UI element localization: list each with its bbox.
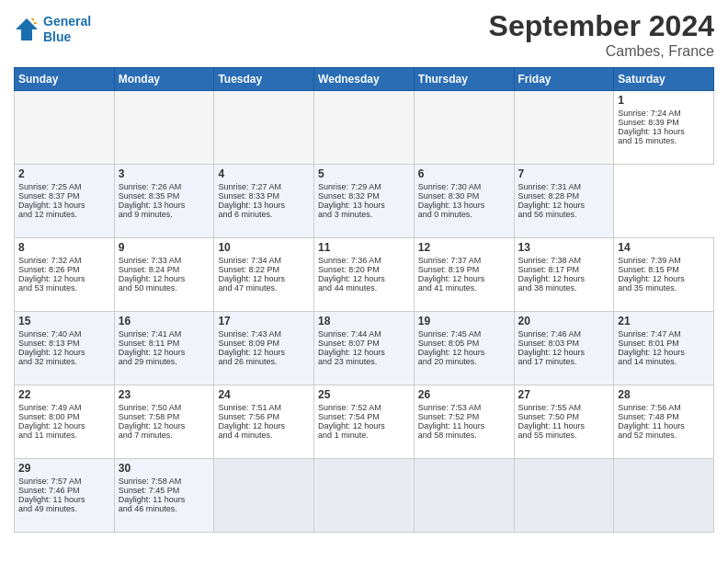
- col-thursday: Thursday: [414, 68, 514, 91]
- calendar-cell: 10Sunrise: 7:34 AMSunset: 8:22 PMDayligh…: [214, 238, 314, 312]
- calendar-cell: 2Sunrise: 7:25 AMSunset: 8:37 PMDaylight…: [15, 165, 115, 238]
- calendar-cell: 18Sunrise: 7:44 AMSunset: 8:07 PMDayligh…: [314, 312, 415, 385]
- calendar-cell: 1Sunrise: 7:24 AMSunset: 8:39 PMDaylight…: [614, 91, 714, 165]
- calendar-cell: 22Sunrise: 7:49 AMSunset: 8:00 PMDayligh…: [15, 385, 115, 459]
- col-monday: Monday: [114, 68, 214, 91]
- logo-text-general: General: [43, 14, 91, 29]
- logo-text-blue: Blue: [43, 29, 91, 45]
- calendar-cell: 26Sunrise: 7:53 AMSunset: 7:52 PMDayligh…: [414, 385, 514, 459]
- calendar-cell: 3Sunrise: 7:26 AMSunset: 8:35 PMDaylight…: [114, 165, 214, 238]
- calendar-cell: [214, 459, 314, 533]
- calendar-cell: 12Sunrise: 7:37 AMSunset: 8:19 PMDayligh…: [414, 238, 514, 312]
- calendar-cell: [314, 459, 415, 533]
- calendar-cell: 13Sunrise: 7:38 AMSunset: 8:17 PMDayligh…: [514, 238, 614, 312]
- calendar-cell: 21Sunrise: 7:47 AMSunset: 8:01 PMDayligh…: [614, 312, 714, 385]
- calendar-cell: 11Sunrise: 7:36 AMSunset: 8:20 PMDayligh…: [314, 238, 415, 312]
- empty-cell: [15, 91, 115, 165]
- empty-cell: [514, 91, 614, 165]
- calendar-cell: 24Sunrise: 7:51 AMSunset: 7:56 PMDayligh…: [214, 385, 314, 459]
- calendar-cell: 25Sunrise: 7:52 AMSunset: 7:54 PMDayligh…: [314, 385, 415, 459]
- title-block: September 2024 Cambes, France: [489, 9, 714, 60]
- calendar-cell: [514, 459, 614, 533]
- calendar-cell: 4Sunrise: 7:27 AMSunset: 8:33 PMDaylight…: [214, 165, 314, 238]
- col-saturday: Saturday: [614, 68, 714, 91]
- calendar-cell: 28Sunrise: 7:56 AMSunset: 7:48 PMDayligh…: [614, 385, 714, 459]
- calendar-cell: 7Sunrise: 7:31 AMSunset: 8:28 PMDaylight…: [514, 165, 614, 238]
- calendar-cell: 23Sunrise: 7:50 AMSunset: 7:58 PMDayligh…: [114, 385, 214, 459]
- calendar-cell: 16Sunrise: 7:41 AMSunset: 8:11 PMDayligh…: [114, 312, 214, 385]
- calendar-cell: 17Sunrise: 7:43 AMSunset: 8:09 PMDayligh…: [214, 312, 314, 385]
- empty-cell: [314, 91, 415, 165]
- svg-marker-1: [30, 18, 38, 24]
- calendar-cell: 9Sunrise: 7:33 AMSunset: 8:24 PMDaylight…: [114, 238, 214, 312]
- col-sunday: Sunday: [15, 68, 115, 91]
- calendar-cell: 20Sunrise: 7:46 AMSunset: 8:03 PMDayligh…: [514, 312, 614, 385]
- calendar-header-row: Sunday Monday Tuesday Wednesday Thursday…: [15, 68, 714, 91]
- calendar-cell: 6Sunrise: 7:30 AMSunset: 8:30 PMDaylight…: [414, 165, 514, 238]
- calendar-cell: 27Sunrise: 7:55 AMSunset: 7:50 PMDayligh…: [514, 385, 614, 459]
- empty-cell: [114, 91, 214, 165]
- logo-icon: [14, 17, 40, 42]
- col-friday: Friday: [514, 68, 614, 91]
- empty-cell: [214, 91, 314, 165]
- calendar-cell: [414, 459, 514, 533]
- calendar-cell: 30Sunrise: 7:58 AMSunset: 7:45 PMDayligh…: [114, 459, 214, 533]
- calendar-cell: 15Sunrise: 7:40 AMSunset: 8:13 PMDayligh…: [15, 312, 115, 385]
- page-container: General Blue September 2024 Cambes, Fran…: [0, 0, 728, 542]
- empty-cell: [414, 91, 514, 165]
- col-tuesday: Tuesday: [214, 68, 314, 91]
- location: Cambes, France: [489, 43, 714, 60]
- calendar-cell: 19Sunrise: 7:45 AMSunset: 8:05 PMDayligh…: [414, 312, 514, 385]
- calendar-cell: 5Sunrise: 7:29 AMSunset: 8:32 PMDaylight…: [314, 165, 415, 238]
- page-header: General Blue September 2024 Cambes, Fran…: [14, 9, 714, 60]
- calendar-cell: 14Sunrise: 7:39 AMSunset: 8:15 PMDayligh…: [614, 238, 714, 312]
- calendar-table: Sunday Monday Tuesday Wednesday Thursday…: [14, 67, 714, 533]
- calendar-cell: 29Sunrise: 7:57 AMSunset: 7:46 PMDayligh…: [15, 459, 115, 533]
- calendar-cell: [614, 459, 714, 533]
- month-title: September 2024: [489, 9, 714, 43]
- calendar-cell: 8Sunrise: 7:32 AMSunset: 8:26 PMDaylight…: [15, 238, 115, 312]
- logo: General Blue: [14, 14, 91, 45]
- col-wednesday: Wednesday: [314, 68, 415, 91]
